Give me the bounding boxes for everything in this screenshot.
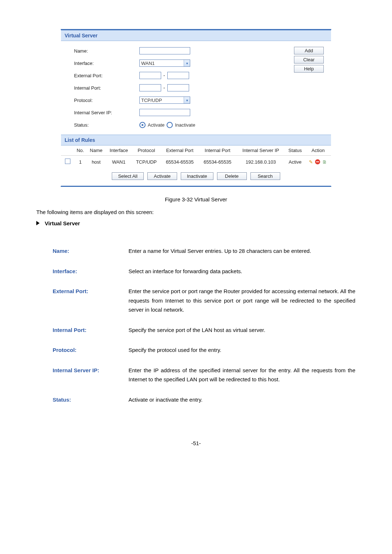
desc-term: Status: — [52, 395, 128, 405]
desc-row: Interface: Select an interface for forwa… — [52, 266, 356, 276]
desc-def: Select an interface for forwarding data … — [128, 266, 356, 276]
desc-def: Enter a name for Virtual Server entries.… — [128, 246, 356, 256]
detail-icon[interactable]: 🗎 — [322, 159, 327, 165]
add-button[interactable]: Add — [294, 47, 324, 54]
edit-icon[interactable]: ✎ — [309, 159, 313, 165]
interface-select-value: WAN1 — [141, 61, 155, 66]
cell-status: Active — [285, 156, 305, 168]
desc-term: External Port: — [52, 286, 128, 315]
interface-select[interactable]: WAN1 ▾ — [139, 59, 190, 67]
virtual-server-panel: Virtual Server Name: Interface: WAN1 ▾ E… — [61, 29, 331, 187]
status-inactivate-label: Inactivate — [175, 122, 195, 128]
desc-row: Status: Activate or inactivate the entry… — [52, 395, 356, 405]
select-all-button[interactable]: Select All — [112, 172, 143, 180]
col-status: Status — [285, 145, 305, 156]
page-number: -51- — [36, 440, 356, 446]
row-checkbox[interactable] — [65, 159, 70, 164]
rules-title: List of Rules — [61, 135, 331, 145]
internal-port-to-input[interactable] — [167, 84, 189, 91]
port-dash: - — [163, 73, 165, 78]
status-label: Status: — [74, 122, 139, 128]
inactivate-button[interactable]: Inactivate — [181, 172, 213, 180]
section-heading: Virtual Server — [36, 220, 356, 226]
interface-label: Interface: — [74, 61, 139, 66]
external-port-from-input[interactable] — [139, 72, 161, 79]
protocol-select-value: TCP/UDP — [141, 98, 162, 103]
desc-def: Specify the service port of the LAN host… — [128, 325, 356, 335]
protocol-select[interactable]: TCP/UDP ▾ — [139, 97, 190, 104]
cell-protocol: TCP/UDP — [132, 156, 161, 168]
name-input[interactable] — [139, 47, 190, 54]
col-ext-port: External Port — [161, 145, 199, 156]
desc-term: Protocol: — [52, 345, 128, 355]
desc-row: External Port: Enter the service port or… — [52, 286, 356, 315]
internal-server-ip-label: Internal Server IP: — [74, 110, 139, 115]
desc-row: Internal Server IP: Enter the IP address… — [52, 365, 356, 385]
activate-button[interactable]: Activate — [147, 172, 177, 180]
intro-text: The following items are displayed on thi… — [36, 209, 356, 215]
desc-def: Activate or inactivate the entry. — [128, 395, 356, 405]
col-protocol: Protocol — [132, 145, 161, 156]
col-name: Name — [87, 145, 106, 156]
desc-term: Internal Server IP: — [52, 365, 128, 385]
port-dash: - — [163, 85, 165, 91]
descriptions-table: Name: Enter a name for Virtual Server en… — [52, 236, 356, 415]
col-server-ip: Internal Server IP — [236, 145, 285, 156]
desc-term: Name: — [52, 246, 128, 256]
delete-icon[interactable] — [315, 159, 320, 164]
desc-term: Interface: — [52, 266, 128, 276]
arrow-right-icon — [36, 221, 40, 225]
internal-port-from-input[interactable] — [139, 84, 161, 91]
external-port-label: External Port: — [74, 73, 139, 78]
figure-caption: Figure 3-32 Virtual Server — [36, 196, 356, 202]
cell-int-port: 65534-65535 — [199, 156, 236, 168]
desc-row: Internal Port: Specify the service port … — [52, 325, 356, 335]
desc-row: Name: Enter a name for Virtual Server en… — [52, 246, 356, 256]
status-activate-radio[interactable] — [139, 122, 146, 128]
desc-row: Protocol: Specify the protocol used for … — [52, 345, 356, 355]
clear-button[interactable]: Clear — [294, 56, 324, 63]
cell-no: 1 — [74, 156, 87, 168]
external-port-to-input[interactable] — [167, 72, 189, 79]
table-row: 1 host WAN1 TCP/UDP 65534-65535 65534-65… — [61, 156, 331, 168]
delete-button[interactable]: Delete — [217, 172, 247, 180]
internal-server-ip-input[interactable] — [139, 109, 190, 116]
help-button[interactable]: Help — [294, 65, 324, 73]
desc-def: Enter the service port or port range the… — [128, 286, 356, 315]
status-inactivate-radio[interactable] — [167, 122, 173, 128]
protocol-label: Protocol: — [74, 98, 139, 103]
cell-ext-port: 65534-65535 — [161, 156, 199, 168]
col-int-port: Internal Port — [199, 145, 236, 156]
name-label: Name: — [74, 48, 139, 54]
panel-title: Virtual Server — [61, 30, 331, 41]
cell-server-ip: 192.168.0.103 — [236, 156, 285, 168]
col-no: No. — [74, 145, 87, 156]
cell-interface: WAN1 — [106, 156, 132, 168]
search-button[interactable]: Search — [250, 172, 280, 180]
chevron-down-icon: ▾ — [184, 97, 190, 103]
desc-def: Specify the protocol used for the entry. — [128, 345, 356, 355]
internal-port-label: Internal Port: — [74, 85, 139, 91]
desc-def: Enter the IP address of the specified in… — [128, 365, 356, 385]
status-activate-label: Activate — [148, 122, 164, 128]
col-action: Action — [305, 145, 331, 156]
cell-name: host — [87, 156, 106, 168]
col-interface: Interface — [106, 145, 132, 156]
desc-term: Internal Port: — [52, 325, 128, 335]
rules-table: No. Name Interface Protocol External Por… — [61, 145, 331, 168]
chevron-down-icon: ▾ — [184, 60, 190, 66]
